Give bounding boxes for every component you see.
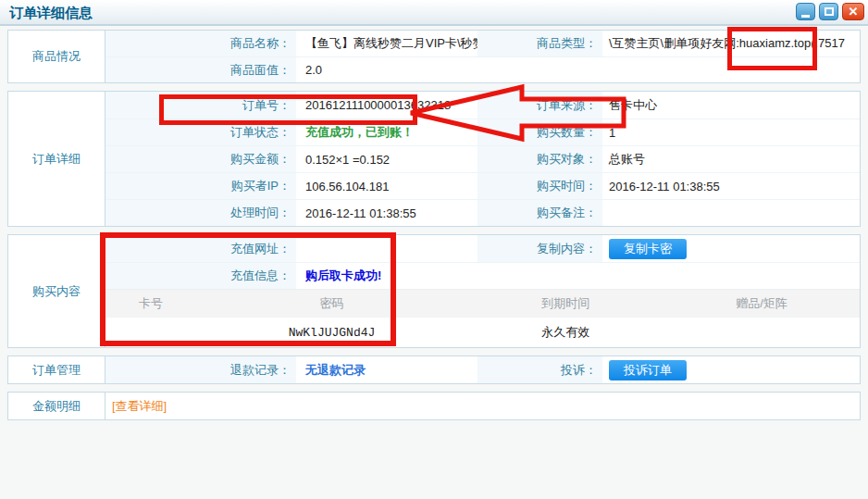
product-name-value: 【鱼飞】离线秒赞二月VIP卡\秒赞\秒评\挂挂 bbox=[296, 31, 477, 56]
copy-content-label: 复制内容： bbox=[477, 235, 602, 262]
product-face-value: 2.0 bbox=[296, 57, 860, 82]
section-header-product: 商品情况 bbox=[8, 31, 105, 82]
order-source-label: 订单来源： bbox=[477, 92, 602, 119]
purchase-amount-label: 购买金额： bbox=[105, 146, 296, 172]
order-number-value: 2016121110000013632318 bbox=[296, 92, 477, 119]
window-titlebar: 订单详细信息 ✕ bbox=[0, 0, 868, 26]
window-title: 订单详细信息 bbox=[9, 5, 93, 22]
product-name-label: 商品名称： bbox=[105, 31, 296, 56]
card-password-header: 密码 bbox=[196, 290, 467, 317]
window-controls: ✕ bbox=[796, 3, 864, 20]
row-amount-detail: [查看详细] bbox=[105, 393, 860, 419]
card-number-value bbox=[105, 318, 196, 347]
order-detail-panel: 商品情况 商品名称： 【鱼飞】离线秒赞二月VIP卡\秒赞\秒评\挂挂 商品类型：… bbox=[0, 26, 868, 420]
product-face-label: 商品面值： bbox=[105, 57, 296, 82]
card-number-header: 卡号 bbox=[105, 290, 196, 317]
view-detail-link[interactable]: [查看详细] bbox=[112, 398, 167, 415]
recharge-url-label: 充值网址： bbox=[105, 235, 296, 262]
purchase-time-value: 2016-12-11 01:38:55 bbox=[602, 173, 860, 199]
purchase-quantity-value: 1 bbox=[602, 119, 860, 145]
recharge-url-value bbox=[296, 235, 477, 262]
row-refund: 退款记录： 无退款记录 投诉： 投诉订单 bbox=[105, 356, 860, 383]
process-time-value: 2016-12-11 01:38:55 bbox=[296, 200, 477, 226]
purchase-target-value: 总账号 bbox=[602, 146, 860, 172]
section-header-amount: 金额明细 bbox=[8, 393, 105, 419]
card-gift-header: 赠品/矩阵 bbox=[663, 290, 860, 317]
refund-record-label: 退款记录： bbox=[105, 356, 296, 383]
purchase-note-value bbox=[602, 200, 860, 226]
section-header-manage: 订单管理 bbox=[8, 356, 105, 383]
card-table-header: 卡号 密码 到期时间 赠品/矩阵 bbox=[105, 289, 860, 317]
card-expiry-header: 到期时间 bbox=[467, 290, 663, 317]
row-order-status: 订单状态： 充值成功，已到账！ 购买数量： 1 bbox=[105, 119, 860, 145]
complain-order-button[interactable]: 投诉订单 bbox=[609, 360, 687, 380]
section-amount-detail: 金额明细 [查看详细] bbox=[7, 392, 861, 420]
card-gift-value bbox=[663, 318, 860, 347]
product-type-value: \互赞主页\删单项好友网:huaxiamz.top(.7517 bbox=[602, 31, 860, 56]
buyer-ip-label: 购买者IP： bbox=[105, 173, 296, 199]
section-header-order: 订单详细 bbox=[8, 92, 105, 226]
minimize-icon[interactable] bbox=[796, 3, 815, 20]
row-product-face-value: 商品面值： 2.0 bbox=[105, 56, 860, 82]
refund-record-value: 无退款记录 bbox=[296, 356, 477, 383]
card-password-value: NwKlJUJGNd4J bbox=[196, 318, 467, 347]
order-status-value: 充值成功，已到账！ bbox=[296, 119, 477, 145]
row-order-number: 订单号： 2016121110000013632318 订单来源： 售卡中心 bbox=[105, 92, 860, 119]
purchase-target-label: 购买对象： bbox=[477, 146, 602, 172]
recharge-info-label: 充值信息： bbox=[105, 263, 296, 289]
order-status-label: 订单状态： bbox=[105, 119, 296, 145]
row-recharge-info: 充值信息： 购后取卡成功! bbox=[105, 262, 860, 289]
product-type-label: 商品类型： bbox=[477, 31, 602, 56]
section-order-detail: 订单详细 订单号： 2016121110000013632318 订单来源： 售… bbox=[7, 91, 861, 227]
section-purchase-content: 购买内容 充值网址： 复制内容： 复制卡密 充值信息： 购后取卡成功! 卡号 密… bbox=[7, 234, 861, 348]
recharge-info-value: 购后取卡成功! bbox=[296, 263, 477, 289]
card-table-row: NwKlJUJGNd4J 永久有效 bbox=[105, 317, 860, 347]
purchase-quantity-label: 购买数量： bbox=[477, 119, 602, 145]
row-recharge-url: 充值网址： 复制内容： 复制卡密 bbox=[105, 235, 860, 262]
close-icon[interactable]: ✕ bbox=[842, 3, 864, 20]
row-purchase-amount: 购买金额： 0.152×1 =0.152 购买对象： 总账号 bbox=[105, 145, 860, 172]
purchase-amount-value: 0.152×1 =0.152 bbox=[296, 146, 477, 172]
buyer-ip-value: 106.56.104.181 bbox=[296, 173, 477, 199]
card-expiry-value: 永久有效 bbox=[467, 318, 663, 347]
purchase-note-label: 购买备注： bbox=[477, 200, 602, 226]
section-header-purchase: 购买内容 bbox=[8, 235, 105, 347]
order-number-label: 订单号： bbox=[105, 92, 296, 119]
row-process-time: 处理时间： 2016-12-11 01:38:55 购买备注： bbox=[105, 199, 860, 226]
process-time-label: 处理时间： bbox=[105, 200, 296, 226]
order-source-value: 售卡中心 bbox=[602, 92, 860, 119]
row-product-name: 商品名称： 【鱼飞】离线秒赞二月VIP卡\秒赞\秒评\挂挂 商品类型： \互赞主… bbox=[105, 31, 860, 56]
maximize-icon[interactable] bbox=[819, 3, 838, 20]
purchase-time-label: 购买时间： bbox=[477, 173, 602, 199]
copy-card-secret-button[interactable]: 复制卡密 bbox=[609, 239, 687, 259]
complaint-label: 投诉： bbox=[477, 356, 602, 383]
section-product-info: 商品情况 商品名称： 【鱼飞】离线秒赞二月VIP卡\秒赞\秒评\挂挂 商品类型：… bbox=[7, 30, 861, 83]
row-buyer-ip: 购买者IP： 106.56.104.181 购买时间： 2016-12-11 0… bbox=[105, 172, 860, 199]
section-order-management: 订单管理 退款记录： 无退款记录 投诉： 投诉订单 bbox=[7, 356, 861, 384]
